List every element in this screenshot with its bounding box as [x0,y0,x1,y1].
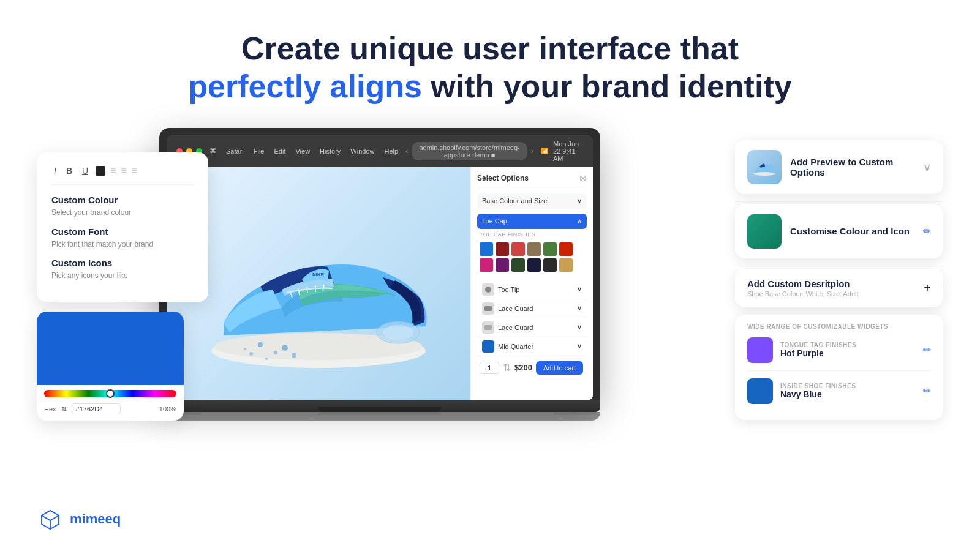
swatch-black[interactable] [543,258,557,272]
laptop-container: ⌘ Safari File Edit View History Window H… [159,128,600,421]
color-box-btn[interactable] [96,166,105,176]
browser-bar: ⌘ Safari File Edit View History Window H… [167,135,593,167]
add-to-cart-button[interactable]: Add to cart [536,361,583,375]
menu-help[interactable]: Help [384,148,398,155]
shoe-area: NIKE [167,167,470,400]
swatch-navy[interactable] [527,258,541,272]
swatch-dark-green[interactable] [511,258,525,272]
laceguard1-icon [482,302,494,315]
color-picker-card: Hex ⇅ 100% [37,312,184,421]
edit-icon[interactable]: ✏ [923,225,931,237]
custom-colour-desc: Select your brand colour [51,208,194,218]
preview-thumb-shoe [747,150,782,184]
customise-colour-title: Customise Colour and Icon [790,226,914,236]
midquarter-chevron: ∨ [577,342,582,350]
hex-label: Hex [44,405,56,413]
quantity-input[interactable] [480,362,499,374]
time-display: Mon Jun 22 9:41 AM [553,140,583,162]
options-close[interactable]: ⊠ [579,173,587,183]
wifi-icon: 📶 [541,148,548,154]
toe-cap-btn[interactable]: Toe Cap ∧ [477,214,587,229]
add-preview-widget: Add Preview to Custom Options ∨ [735,140,943,194]
color-gradient[interactable] [44,390,176,397]
colour-thumb [747,214,782,249]
custom-font-option: Custom Font Pick font that match your br… [51,227,194,250]
logo-area: mimeeq [37,506,121,533]
svg-point-13 [265,358,268,360]
option-group-base: Base Colour and Size ∨ [477,193,587,209]
nav-next[interactable]: › [531,146,533,156]
base-colour-btn[interactable]: Base Colour and Size ∨ [477,193,587,209]
nav-prev[interactable]: ‹ [405,146,408,156]
custom-icons-title: Custom Icons [51,258,194,268]
widgets-section-title: WIDE RANGE OF CUSTOMIZABLE WIDGETS [747,323,931,330]
menu-safari[interactable]: Safari [226,148,244,155]
cart-row: ⇅ $200 Add to cart [477,356,587,380]
bold-btn[interactable]: B [64,165,75,177]
base-colour-label: Base Colour and Size [482,197,547,204]
browser-content: NIKE Select Options ⊠ Base Colour and Si… [167,167,593,400]
chevron-down-icon[interactable]: ∨ [923,160,931,174]
swatch-red[interactable] [511,242,525,256]
laceguard2-chevron: ∨ [577,323,582,331]
add-preview-title: Add Preview to Custom Options [790,157,914,178]
options-title: Select Options [477,174,529,182]
opacity-value: 100% [159,405,176,413]
swatch-green[interactable] [543,242,557,256]
hex-input[interactable] [72,403,121,414]
laceguard1-chevron: ∨ [577,304,582,312]
menu-view[interactable]: View [295,148,310,155]
custom-font-desc: Pick font that match your brand [51,239,194,250]
menu-file[interactable]: File [254,148,265,155]
swatch-darkred[interactable] [496,242,509,256]
color-swatches [477,239,587,276]
swatch-tan[interactable] [527,242,541,256]
svg-text:NIKE: NIKE [312,272,325,277]
menu-history[interactable]: History [320,148,341,155]
custom-font-title: Custom Font [51,227,194,237]
header: Create unique user interface that perfec… [0,0,980,128]
custom-icons-desc: Pick any icons your like [51,271,194,281]
swatch-purple[interactable] [496,258,509,272]
finish-divider [747,370,931,371]
inside-shoe-edit-icon[interactable]: ✏ [923,385,931,397]
swatch-gold[interactable] [559,258,573,272]
laceguard2-label: Lace Guard [498,324,533,331]
laptop-stand [159,412,600,421]
customise-colour-widget: Customise Colour and Icon ✏ [735,204,943,258]
add-preview-row: Add Preview to Custom Options ∨ [747,150,931,184]
hot-purple-color-box [747,337,773,363]
right-panel: Add Preview to Custom Options ∨ Customis… [735,140,943,420]
svg-point-12 [249,352,253,356]
menu-window[interactable]: Window [350,148,374,155]
headline-rest: with your brand identity [422,69,792,104]
option-row-laceguard1[interactable]: Lace Guard ∨ [477,299,587,318]
custom-icons-option: Custom Icons Pick any icons your like [51,258,194,281]
tongue-tag-label: TONGUE TAG FINISHES [780,342,856,348]
svg-rect-19 [484,325,492,330]
mimeeq-logo-icon [37,506,64,533]
navy-blue-name: Navy Blue [780,389,856,399]
headline-highlight: perfectly aligns [188,69,421,104]
swatch-orange-red[interactable] [559,242,573,256]
swatch-pink[interactable] [480,258,493,272]
swatch-blue[interactable] [480,242,493,256]
svg-point-10 [274,351,277,354]
address-bar[interactable]: admin.shopify.com/store/mimeeq-appstore-… [412,142,527,160]
gradient-thumb[interactable] [106,389,115,398]
svg-point-9 [258,342,263,347]
plus-icon[interactable]: + [924,281,931,295]
options-panel: Select Options ⊠ Base Colour and Size ∨ [470,167,593,400]
option-row-toetip[interactable]: Toe Tip ∨ [477,280,587,299]
option-row-midquarter[interactable]: Mid Quarter ∨ [477,337,587,356]
tongue-tag-edit-icon[interactable]: ✏ [923,344,931,356]
option-row-laceguard2[interactable]: Lace Guard ∨ [477,318,587,337]
option-group-toecap: Toe Cap ∧ TOE CAP FINISHES [477,214,587,276]
menu-apple[interactable]: ⌘ [209,147,216,155]
menu-edit[interactable]: Edit [274,148,285,155]
underline-btn[interactable]: U [80,165,91,177]
svg-rect-18 [484,306,492,311]
chevron-up-icon: ∧ [577,217,582,225]
italic-btn[interactable]: I [51,165,59,177]
custom-desc-header: Add Custom Desritpion Shoe Base Colour: … [747,279,931,298]
